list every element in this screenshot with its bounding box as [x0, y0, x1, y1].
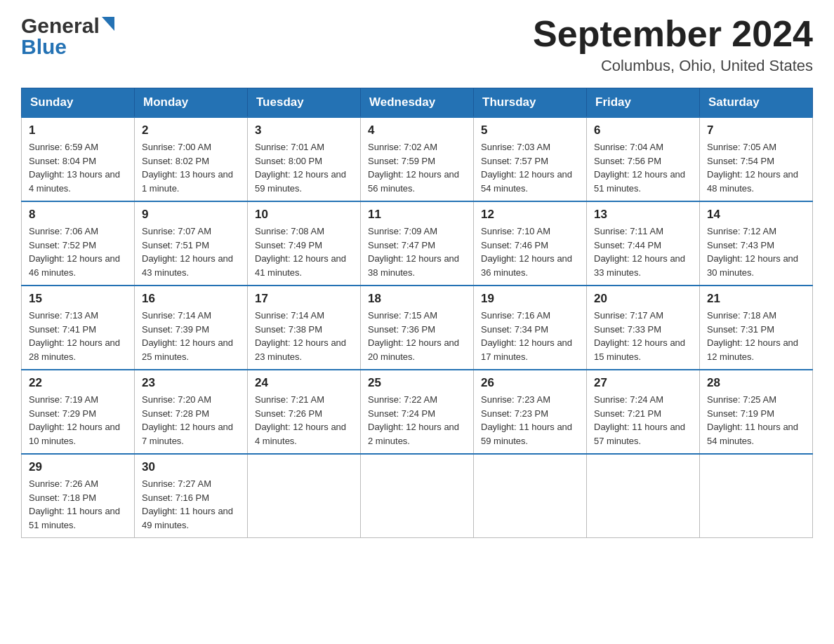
day-info: Sunrise: 6:59 AMSunset: 8:04 PMDaylight:… [29, 140, 127, 195]
calendar-cell: 28Sunrise: 7:25 AMSunset: 7:19 PMDayligh… [700, 370, 813, 454]
day-number: 22 [29, 376, 127, 390]
day-info: Sunrise: 7:17 AMSunset: 7:33 PMDaylight:… [594, 309, 692, 363]
day-number: 27 [594, 376, 692, 390]
day-info: Sunrise: 7:22 AMSunset: 7:24 PMDaylight:… [368, 393, 466, 448]
calendar-cell: 22Sunrise: 7:19 AMSunset: 7:29 PMDayligh… [22, 370, 135, 454]
day-number: 30 [142, 460, 240, 474]
col-saturday: Saturday [700, 88, 813, 118]
calendar-cell: 4Sunrise: 7:02 AMSunset: 7:59 PMDaylight… [361, 117, 474, 201]
calendar-cell: 21Sunrise: 7:18 AMSunset: 7:31 PMDayligh… [700, 286, 813, 370]
day-number: 8 [29, 208, 127, 222]
calendar-cell: 9Sunrise: 7:07 AMSunset: 7:51 PMDaylight… [135, 201, 248, 286]
day-info: Sunrise: 7:23 AMSunset: 7:23 PMDaylight:… [481, 393, 579, 448]
day-number: 17 [255, 292, 353, 306]
day-info: Sunrise: 7:24 AMSunset: 7:21 PMDaylight:… [594, 393, 692, 448]
calendar-cell: 30Sunrise: 7:27 AMSunset: 7:16 PMDayligh… [135, 454, 248, 538]
col-monday: Monday [135, 88, 248, 118]
day-info: Sunrise: 7:18 AMSunset: 7:31 PMDaylight:… [707, 309, 805, 363]
week-row-5: 29Sunrise: 7:26 AMSunset: 7:18 PMDayligh… [22, 454, 813, 538]
day-number: 25 [368, 376, 466, 390]
logo-general-text: General [21, 14, 100, 38]
day-number: 6 [594, 123, 692, 137]
day-info: Sunrise: 7:01 AMSunset: 8:00 PMDaylight:… [255, 140, 353, 195]
day-info: Sunrise: 7:05 AMSunset: 7:54 PMDaylight:… [707, 140, 805, 195]
calendar-cell: 27Sunrise: 7:24 AMSunset: 7:21 PMDayligh… [587, 370, 700, 454]
calendar-cell: 15Sunrise: 7:13 AMSunset: 7:41 PMDayligh… [22, 286, 135, 370]
day-info: Sunrise: 7:06 AMSunset: 7:52 PMDaylight:… [29, 224, 127, 279]
day-number: 7 [707, 123, 805, 137]
calendar-cell [587, 454, 700, 538]
day-number: 24 [255, 376, 353, 390]
logo: General Blue [21, 14, 114, 59]
day-info: Sunrise: 7:04 AMSunset: 7:56 PMDaylight:… [594, 140, 692, 195]
calendar-cell: 13Sunrise: 7:11 AMSunset: 7:44 PMDayligh… [587, 201, 700, 286]
calendar-cell [361, 454, 474, 538]
logo-blue-text: Blue [21, 35, 67, 59]
day-info: Sunrise: 7:20 AMSunset: 7:28 PMDaylight:… [142, 393, 240, 448]
svg-marker-0 [102, 17, 114, 31]
day-info: Sunrise: 7:11 AMSunset: 7:44 PMDaylight:… [594, 224, 692, 279]
calendar-cell: 1Sunrise: 6:59 AMSunset: 8:04 PMDaylight… [22, 117, 135, 201]
col-tuesday: Tuesday [248, 88, 361, 118]
day-number: 3 [255, 123, 353, 137]
day-info: Sunrise: 7:25 AMSunset: 7:19 PMDaylight:… [707, 393, 805, 448]
calendar-table: Sunday Monday Tuesday Wednesday Thursday… [21, 88, 813, 538]
day-info: Sunrise: 7:13 AMSunset: 7:41 PMDaylight:… [29, 309, 127, 363]
day-info: Sunrise: 7:02 AMSunset: 7:59 PMDaylight:… [368, 140, 466, 195]
calendar-cell: 26Sunrise: 7:23 AMSunset: 7:23 PMDayligh… [474, 370, 587, 454]
day-info: Sunrise: 7:26 AMSunset: 7:18 PMDaylight:… [29, 477, 127, 532]
day-number: 18 [368, 292, 466, 306]
day-info: Sunrise: 7:19 AMSunset: 7:29 PMDaylight:… [29, 393, 127, 448]
calendar-cell: 6Sunrise: 7:04 AMSunset: 7:56 PMDaylight… [587, 117, 700, 201]
calendar-cell: 18Sunrise: 7:15 AMSunset: 7:36 PMDayligh… [361, 286, 474, 370]
calendar-cell: 24Sunrise: 7:21 AMSunset: 7:26 PMDayligh… [248, 370, 361, 454]
day-number: 5 [481, 123, 579, 137]
calendar-cell [474, 454, 587, 538]
day-info: Sunrise: 7:10 AMSunset: 7:46 PMDaylight:… [481, 224, 579, 279]
calendar-cell: 7Sunrise: 7:05 AMSunset: 7:54 PMDaylight… [700, 117, 813, 201]
day-info: Sunrise: 7:21 AMSunset: 7:26 PMDaylight:… [255, 393, 353, 448]
day-number: 13 [594, 208, 692, 222]
calendar-cell: 3Sunrise: 7:01 AMSunset: 8:00 PMDaylight… [248, 117, 361, 201]
location-title: Columbus, Ohio, United States [533, 57, 813, 75]
day-number: 20 [594, 292, 692, 306]
day-number: 10 [255, 208, 353, 222]
calendar-cell [700, 454, 813, 538]
calendar-cell: 5Sunrise: 7:03 AMSunset: 7:57 PMDaylight… [474, 117, 587, 201]
calendar-cell: 25Sunrise: 7:22 AMSunset: 7:24 PMDayligh… [361, 370, 474, 454]
month-title: September 2024 [533, 14, 813, 54]
calendar-cell: 23Sunrise: 7:20 AMSunset: 7:28 PMDayligh… [135, 370, 248, 454]
day-info: Sunrise: 7:03 AMSunset: 7:57 PMDaylight:… [481, 140, 579, 195]
calendar-cell: 19Sunrise: 7:16 AMSunset: 7:34 PMDayligh… [474, 286, 587, 370]
header-row: Sunday Monday Tuesday Wednesday Thursday… [22, 88, 813, 118]
title-section: September 2024 Columbus, Ohio, United St… [533, 14, 813, 75]
day-info: Sunrise: 7:27 AMSunset: 7:16 PMDaylight:… [142, 477, 240, 532]
calendar-cell: 12Sunrise: 7:10 AMSunset: 7:46 PMDayligh… [474, 201, 587, 286]
col-friday: Friday [587, 88, 700, 118]
calendar-cell: 14Sunrise: 7:12 AMSunset: 7:43 PMDayligh… [700, 201, 813, 286]
week-row-3: 15Sunrise: 7:13 AMSunset: 7:41 PMDayligh… [22, 286, 813, 370]
week-row-2: 8Sunrise: 7:06 AMSunset: 7:52 PMDaylight… [22, 201, 813, 286]
day-number: 15 [29, 292, 127, 306]
day-number: 26 [481, 376, 579, 390]
calendar-cell: 10Sunrise: 7:08 AMSunset: 7:49 PMDayligh… [248, 201, 361, 286]
col-sunday: Sunday [22, 88, 135, 118]
calendar-cell: 20Sunrise: 7:17 AMSunset: 7:33 PMDayligh… [587, 286, 700, 370]
day-info: Sunrise: 7:15 AMSunset: 7:36 PMDaylight:… [368, 309, 466, 363]
calendar-cell [248, 454, 361, 538]
day-number: 11 [368, 208, 466, 222]
day-info: Sunrise: 7:12 AMSunset: 7:43 PMDaylight:… [707, 224, 805, 279]
col-wednesday: Wednesday [361, 88, 474, 118]
day-info: Sunrise: 7:09 AMSunset: 7:47 PMDaylight:… [368, 224, 466, 279]
calendar-cell: 29Sunrise: 7:26 AMSunset: 7:18 PMDayligh… [22, 454, 135, 538]
day-info: Sunrise: 7:16 AMSunset: 7:34 PMDaylight:… [481, 309, 579, 363]
calendar-cell: 17Sunrise: 7:14 AMSunset: 7:38 PMDayligh… [248, 286, 361, 370]
day-info: Sunrise: 7:14 AMSunset: 7:39 PMDaylight:… [142, 309, 240, 363]
day-info: Sunrise: 7:14 AMSunset: 7:38 PMDaylight:… [255, 309, 353, 363]
day-number: 23 [142, 376, 240, 390]
day-number: 19 [481, 292, 579, 306]
calendar-cell: 2Sunrise: 7:00 AMSunset: 8:02 PMDaylight… [135, 117, 248, 201]
day-info: Sunrise: 7:00 AMSunset: 8:02 PMDaylight:… [142, 140, 240, 195]
week-row-4: 22Sunrise: 7:19 AMSunset: 7:29 PMDayligh… [22, 370, 813, 454]
day-number: 12 [481, 208, 579, 222]
